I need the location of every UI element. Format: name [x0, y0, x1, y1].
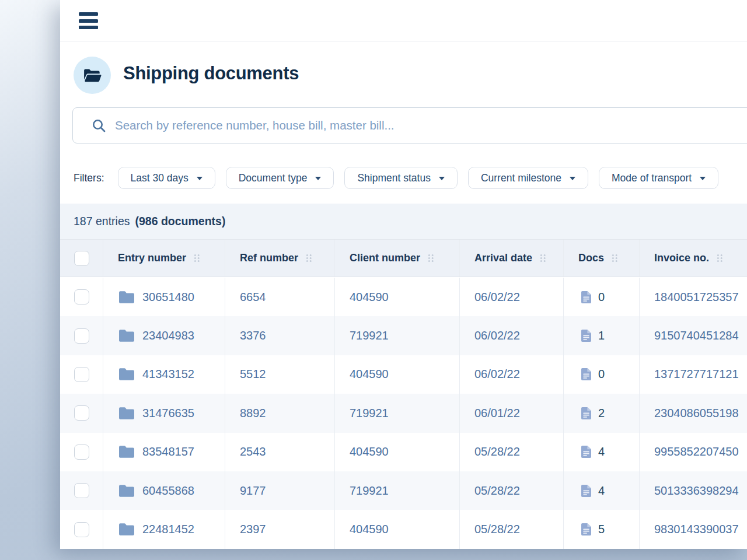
document-icon	[581, 446, 591, 458]
folder-icon	[119, 523, 134, 536]
filter-date-range[interactable]: Last 30 days	[118, 167, 215, 189]
document-icon	[581, 291, 591, 303]
hamburger-icon	[79, 12, 98, 16]
client-number-cell: 404590	[334, 510, 459, 548]
column-label: Arrival date	[474, 252, 532, 264]
row-checkbox[interactable]	[74, 367, 89, 382]
table-row[interactable]: 22481452 2397 404590 05/28/22 5 98301433…	[60, 510, 747, 548]
client-number-cell: 719921	[334, 394, 459, 432]
invoice-no-cell: 9955852207450	[639, 433, 747, 471]
table-body: 30651480 6654 404590 06/02/22 0 18400517…	[60, 278, 747, 549]
filter-current-milestone[interactable]: Current milestone	[468, 167, 588, 189]
filter-document-type[interactable]: Document type	[226, 167, 334, 189]
entry-number: 31476635	[142, 407, 194, 420]
invoice-no-cell: 1840051725357	[639, 278, 747, 316]
column-header-invoice-no[interactable]: Invoice no.	[639, 240, 747, 276]
filter-label: Current milestone	[481, 172, 561, 184]
chevron-down-icon	[315, 177, 321, 180]
filter-shipment-status[interactable]: Shipment status	[344, 167, 457, 189]
entry-number-cell[interactable]: 83548157	[103, 433, 225, 471]
filter-label: Mode of transport	[612, 172, 692, 184]
search-input[interactable]	[115, 118, 747, 132]
table-header: Entry number Ref number Client number	[60, 239, 747, 277]
docs-count: 2	[598, 407, 605, 420]
docs-cell[interactable]: 4	[563, 471, 639, 510]
table-row[interactable]: 41343152 5512 404590 06/02/22 0 13717277…	[60, 355, 747, 394]
docs-cell[interactable]: 0	[563, 355, 639, 394]
docs-cell[interactable]: 4	[563, 433, 639, 471]
table-row[interactable]: 83548157 2543 404590 05/28/22 4 99558522…	[60, 433, 747, 471]
client-number-cell: 719921	[334, 471, 459, 510]
drag-handle-icon[interactable]	[540, 254, 546, 262]
invoice-no-cell: 9830143390037	[639, 510, 747, 548]
documents-count: (986 documents)	[135, 215, 225, 228]
ref-number-cell: 2397	[225, 510, 334, 548]
drag-handle-icon[interactable]	[306, 254, 312, 262]
summary-bar: 187 entries (986 documents)	[60, 204, 747, 239]
drag-handle-icon[interactable]	[194, 254, 200, 262]
entries-count: 187 entries	[74, 215, 130, 228]
column-header-docs[interactable]: Docs	[563, 240, 639, 276]
column-header-client-number[interactable]: Client number	[334, 240, 459, 276]
entry-number-cell[interactable]: 30651480	[103, 278, 225, 316]
filters-bar: Filters: Last 30 days Document type Ship…	[74, 167, 729, 189]
docs-cell[interactable]: 0	[563, 278, 639, 316]
client-number-cell: 404590	[334, 433, 459, 471]
arrival-date-cell: 06/01/22	[459, 394, 563, 432]
search-bar	[72, 107, 747, 144]
arrival-date-cell: 06/02/22	[459, 355, 563, 394]
row-checkbox[interactable]	[74, 444, 89, 460]
entry-number-cell[interactable]: 31476635	[103, 394, 225, 432]
arrival-date-cell: 05/28/22	[459, 510, 563, 548]
invoice-no-cell: 1371727717121	[639, 355, 747, 394]
entry-number-cell[interactable]: 22481452	[103, 510, 225, 548]
checkbox-cell	[60, 394, 103, 432]
column-header-ref-number[interactable]: Ref number	[225, 240, 334, 276]
select-all-checkbox[interactable]	[74, 251, 89, 266]
document-icon	[581, 485, 591, 497]
entry-number: 60455868	[142, 484, 194, 498]
row-checkbox[interactable]	[74, 289, 89, 304]
docs-count: 4	[598, 484, 605, 498]
docs-cell[interactable]: 2	[563, 394, 639, 432]
docs-cell[interactable]: 5	[563, 510, 639, 548]
table-row[interactable]: 31476635 8892 719921 06/01/22 2 23040860…	[60, 394, 747, 432]
drag-handle-icon[interactable]	[428, 254, 434, 262]
checkbox-cell	[60, 433, 103, 471]
drag-handle-icon[interactable]	[612, 254, 618, 262]
arrival-date-cell: 06/02/22	[459, 278, 563, 316]
column-label: Invoice no.	[654, 252, 709, 264]
table-row[interactable]: 30651480 6654 404590 06/02/22 0 18400517…	[60, 278, 747, 316]
app: { "header": { "title": "Shipping documen…	[0, 0, 747, 560]
ref-number-cell: 9177	[225, 471, 334, 510]
menu-button[interactable]	[79, 12, 98, 29]
folder-icon	[119, 368, 134, 380]
row-checkbox[interactable]	[74, 522, 89, 537]
column-header-entry-number[interactable]: Entry number	[103, 240, 225, 276]
entry-number-cell[interactable]: 41343152	[103, 355, 225, 394]
entry-number-cell[interactable]: 60455868	[103, 471, 225, 510]
table-row[interactable]: 23404983 3376 719921 06/02/22 1 91507404…	[60, 316, 747, 355]
row-checkbox[interactable]	[74, 483, 89, 498]
chevron-down-icon	[570, 177, 575, 180]
chevron-down-icon	[700, 177, 706, 180]
document-icon	[581, 407, 591, 419]
invoice-no-cell: 5013336398294	[639, 471, 747, 510]
ref-number-cell: 6654	[225, 278, 334, 316]
docs-cell[interactable]: 1	[563, 316, 639, 355]
checkbox-cell	[60, 471, 103, 510]
entry-number: 41343152	[142, 368, 194, 381]
filter-mode-of-transport[interactable]: Mode of transport	[599, 167, 718, 189]
ref-number-cell: 8892	[225, 394, 334, 432]
checkbox-cell	[60, 316, 103, 355]
entry-number-cell[interactable]: 23404983	[103, 316, 225, 355]
checkbox-cell	[60, 355, 103, 394]
docs-count: 5	[598, 523, 605, 536]
table-row[interactable]: 60455868 9177 719921 05/28/22 4 50133363…	[60, 471, 747, 510]
content-panel: Shipping documents Filters: Last 30 days…	[60, 0, 747, 548]
drag-handle-icon[interactable]	[717, 254, 723, 262]
row-checkbox[interactable]	[74, 405, 89, 421]
search-icon	[92, 119, 106, 132]
column-header-arrival-date[interactable]: Arrival date	[459, 240, 563, 276]
row-checkbox[interactable]	[74, 328, 89, 344]
